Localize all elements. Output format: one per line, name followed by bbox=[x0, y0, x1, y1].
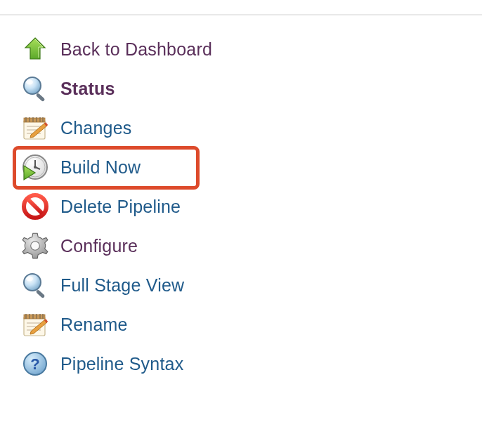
svg-point-24 bbox=[26, 277, 33, 282]
sidebar-item-changes[interactable]: Changes bbox=[20, 108, 482, 147]
svg-point-21 bbox=[31, 242, 40, 251]
clock-play-icon bbox=[20, 152, 51, 183]
sidebar-item-label: Build Now bbox=[60, 157, 141, 178]
sidebar-item-rename[interactable]: Rename bbox=[20, 305, 482, 344]
sidebar-item-pipeline-syntax[interactable]: ? Pipeline Syntax bbox=[20, 344, 482, 383]
notepad-icon bbox=[20, 112, 51, 143]
sidebar-item-label: Delete Pipeline bbox=[60, 197, 181, 217]
sidebar-item-back-to-dashboard[interactable]: Back to Dashboard bbox=[20, 29, 482, 69]
notepad-icon bbox=[20, 309, 51, 340]
sidebar-item-label: Full Stage View bbox=[60, 275, 184, 296]
svg-line-20 bbox=[28, 199, 42, 213]
sidebar-item-label: Configure bbox=[60, 236, 138, 256]
gear-icon bbox=[20, 230, 51, 261]
sidebar-item-label: Pipeline Syntax bbox=[60, 354, 183, 374]
magnifier-icon bbox=[20, 73, 51, 104]
svg-text:?: ? bbox=[30, 355, 39, 373]
svg-point-18 bbox=[34, 166, 37, 169]
sidebar-item-label: Status bbox=[60, 79, 115, 99]
svg-rect-4 bbox=[24, 118, 45, 122]
svg-rect-1 bbox=[36, 93, 46, 102]
svg-point-2 bbox=[26, 80, 33, 85]
sidebar-item-label: Changes bbox=[60, 118, 131, 138]
help-icon: ? bbox=[20, 348, 51, 379]
magnifier-icon bbox=[20, 270, 51, 301]
svg-point-22 bbox=[24, 274, 41, 291]
sidebar-item-label: Rename bbox=[60, 315, 128, 335]
sidebar-item-full-stage-view[interactable]: Full Stage View bbox=[20, 265, 482, 305]
no-entry-icon bbox=[20, 191, 51, 222]
svg-point-0 bbox=[24, 77, 41, 94]
svg-rect-26 bbox=[24, 315, 45, 319]
sidebar-menu: Back to Dashboard Status bbox=[0, 15, 482, 383]
svg-rect-23 bbox=[36, 289, 46, 298]
sidebar-item-label: Back to Dashboard bbox=[60, 39, 212, 60]
sidebar-item-build-now[interactable]: Build Now bbox=[20, 147, 482, 187]
sidebar-item-status[interactable]: Status bbox=[20, 69, 482, 108]
sidebar-item-configure[interactable]: Configure bbox=[20, 226, 482, 265]
arrow-up-icon bbox=[20, 34, 51, 65]
sidebar-item-delete-pipeline[interactable]: Delete Pipeline bbox=[20, 187, 482, 226]
